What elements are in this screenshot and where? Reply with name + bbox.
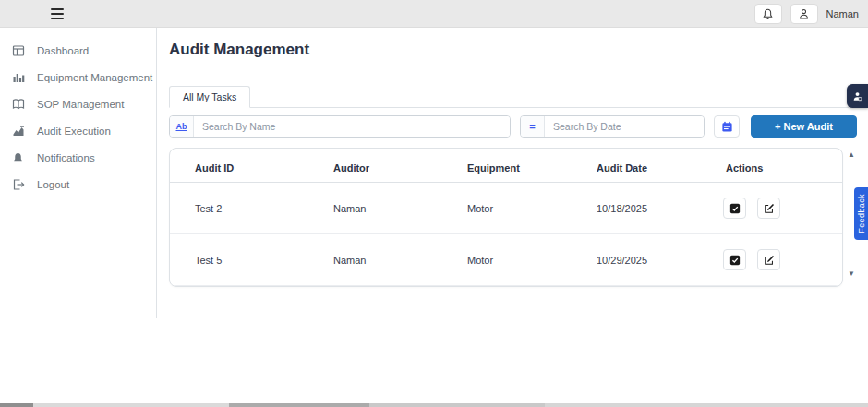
person-icon — [798, 7, 810, 20]
dashboard-icon — [11, 43, 25, 57]
filter-row: Ab = + New Audit — [169, 115, 857, 138]
search-by-name-input[interactable] — [194, 116, 510, 137]
audit-table: Audit ID Auditor Equipment Audit Date Ac… — [170, 149, 842, 286]
table-row: Test 2 Naman Motor 10/18/2025 — [170, 183, 842, 234]
column-header: Actions — [701, 149, 842, 183]
cell-auditor: Naman — [308, 183, 442, 234]
app-window: Naman Dashboard E — [0, 0, 868, 407]
sidebar-item-sop-management[interactable]: SOP Management — [0, 90, 156, 117]
person-badge-icon — [852, 91, 862, 102]
hamburger-icon — [51, 8, 64, 10]
calendar-icon — [721, 121, 733, 133]
equals-filter-icon: = — [521, 116, 545, 137]
search-by-date-input[interactable] — [545, 116, 704, 137]
sidebar-item-equipment-management[interactable]: Equipment Management — [0, 64, 156, 90]
column-header: Auditor — [308, 149, 442, 183]
date-picker-button[interactable] — [714, 115, 740, 138]
cell-audit-date: 10/18/2025 — [572, 183, 701, 234]
sidebar-item-label: Notifications — [37, 152, 95, 163]
audit-table-card: Audit ID Auditor Equipment Audit Date Ac… — [169, 148, 843, 287]
cell-audit-date: 10/29/2025 — [572, 234, 701, 286]
bell-filled-icon — [11, 150, 25, 164]
bottom-taskbar-sliver — [0, 403, 868, 407]
audit-chart-icon — [11, 124, 25, 138]
user-profile-button[interactable] — [790, 4, 818, 24]
sidebar: Dashboard Equipment Management SOP Man — [0, 28, 157, 318]
column-header: Equipment — [442, 149, 572, 183]
complete-audit-button[interactable] — [723, 198, 746, 219]
username-label: Naman — [826, 8, 859, 19]
notifications-bell-button[interactable] — [754, 4, 782, 24]
text-search-icon: Ab — [170, 116, 194, 137]
sidebar-item-label: SOP Management — [37, 99, 124, 110]
assign-user-widget-button[interactable] — [847, 84, 868, 108]
sidebar-item-audit-execution[interactable]: Audit Execution — [0, 117, 156, 144]
topbar: Naman — [0, 0, 868, 28]
sidebar-item-label: Audit Execution — [37, 126, 111, 137]
sidebar-item-logout[interactable]: Logout — [0, 171, 156, 198]
cell-equipment: Motor — [442, 183, 572, 234]
table-header-row: Audit ID Auditor Equipment Audit Date Ac… — [170, 149, 842, 183]
tab-bar: All My Tasks — [169, 86, 857, 108]
edit-icon — [764, 255, 775, 266]
edit-icon — [764, 203, 775, 214]
main-content: Audit Management All My Tasks Ab = — [157, 28, 868, 318]
feedback-button[interactable]: Feedback — [854, 187, 868, 240]
new-audit-button[interactable]: + New Audit — [751, 115, 857, 138]
search-by-name-group: Ab — [169, 115, 511, 138]
tab-all-my-tasks[interactable]: All My Tasks — [169, 86, 250, 108]
scroll-up-arrow[interactable]: ▲ — [846, 150, 857, 160]
search-by-date-group: = — [520, 115, 705, 138]
cell-auditor: Naman — [308, 234, 442, 286]
open-book-icon — [11, 97, 25, 111]
column-header: Audit Date — [572, 149, 701, 183]
sidebar-item-notifications[interactable]: Notifications — [0, 144, 156, 171]
cell-equipment: Motor — [442, 234, 572, 286]
table-row: Test 5 Naman Motor 10/29/2025 — [170, 234, 842, 286]
cell-actions — [701, 234, 842, 286]
menu-toggle-button[interactable] — [49, 7, 66, 20]
edit-audit-button[interactable] — [757, 249, 780, 270]
page-title: Audit Management — [169, 41, 309, 59]
sidebar-item-label: Equipment Management — [37, 72, 152, 83]
check-square-icon — [729, 203, 741, 214]
cell-audit-id: Test 5 — [170, 234, 308, 286]
sidebar-item-label: Logout — [37, 179, 69, 190]
sidebar-item-dashboard[interactable]: Dashboard — [0, 37, 156, 64]
logout-icon — [11, 177, 25, 191]
bell-icon — [762, 7, 774, 20]
equipment-bars-icon — [11, 70, 25, 84]
check-square-icon — [729, 255, 741, 266]
cell-audit-id: Test 2 — [170, 183, 308, 234]
cell-actions — [701, 183, 842, 234]
column-header: Audit ID — [170, 149, 308, 183]
topbar-right: Naman — [754, 0, 859, 28]
sidebar-item-label: Dashboard — [37, 45, 89, 56]
edit-audit-button[interactable] — [757, 198, 780, 219]
complete-audit-button[interactable] — [723, 249, 746, 270]
feedback-label: Feedback — [857, 194, 866, 233]
scroll-down-arrow[interactable]: ▼ — [846, 269, 857, 279]
